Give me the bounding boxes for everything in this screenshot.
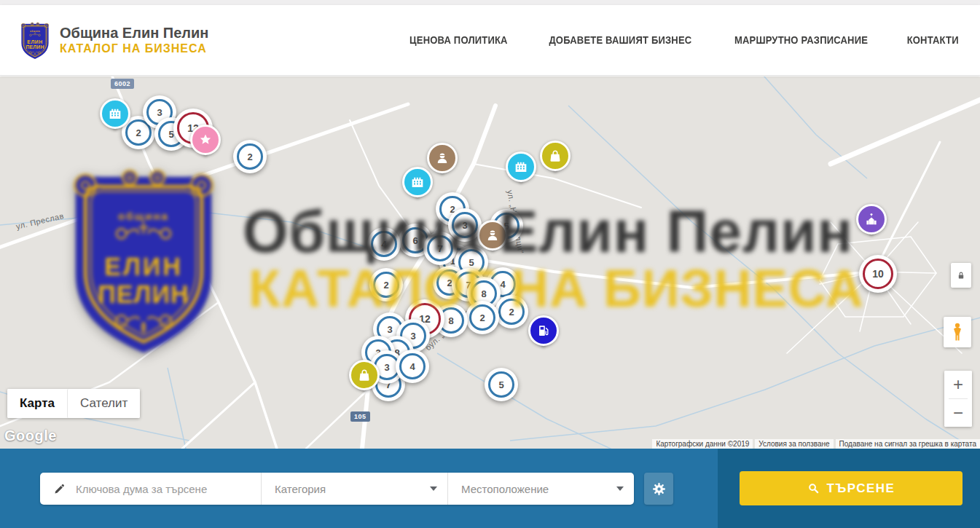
category-select-label: Категория <box>275 483 326 495</box>
map-cluster[interactable]: 3 <box>448 208 482 242</box>
map-cluster[interactable]: 10 <box>859 255 897 293</box>
search-bar: Категория Местоположение <box>0 449 980 528</box>
lock-icon <box>956 269 966 281</box>
municipality-crest-logo <box>18 20 52 61</box>
map-pin-factory[interactable] <box>100 98 130 129</box>
google-logo[interactable]: Google <box>4 427 57 444</box>
category-select[interactable]: Категория <box>261 473 447 505</box>
location-select[interactable]: Местоположение <box>447 473 634 505</box>
site-subtitle: КАТАЛОГ НА БИЗНЕСА <box>60 42 208 56</box>
brand-logo[interactable]: Община Елин Пелин КАТАЛОГ НА БИЗНЕСА <box>18 20 208 61</box>
nav-route-schedule[interactable]: МАРШРУТНО РАЗПИСАНИЕ <box>734 34 867 46</box>
map-cluster[interactable]: 4 <box>367 227 401 261</box>
main-nav: ЦЕНОВА ПОЛИТИКА ДОБАВЕТЕ ВАШИЯТ БИЗНЕС М… <box>406 34 962 46</box>
zoom-out-button[interactable]: − <box>944 399 972 427</box>
map-type-map-button[interactable]: Карта <box>7 389 67 418</box>
nav-contacts[interactable]: КОНТАКТИ <box>906 34 958 46</box>
location-select-label: Местоположение <box>461 483 549 495</box>
map-pin-bag[interactable] <box>349 360 380 390</box>
header: Община Елин Пелин КАТАЛОГ НА БИЗНЕСА ЦЕН… <box>0 5 980 76</box>
nav-pricing-policy[interactable]: ЦЕНОВА ПОЛИТИКА <box>409 34 508 46</box>
attribution-copyright: Картографски данни ©2019 <box>652 439 753 449</box>
nav-add-your-business[interactable]: ДОБАВЕТЕ ВАШИЯТ БИЗНЕС <box>549 34 691 46</box>
pegman-icon <box>949 322 965 342</box>
map-pin-worker[interactable] <box>477 220 508 251</box>
map-pin-star[interactable] <box>190 125 221 155</box>
attribution-report-error-link[interactable]: Подаване на сигнал за грешка в картата <box>836 439 980 449</box>
keyword-input[interactable] <box>74 482 261 496</box>
gear-icon <box>651 481 667 497</box>
map-cluster[interactable]: 2 <box>369 268 403 302</box>
lock-button[interactable] <box>951 263 971 288</box>
map-type-satellite-button[interactable]: Сателит <box>67 389 140 418</box>
keyword-field <box>40 473 261 505</box>
map-cluster[interactable]: 5 <box>485 368 518 401</box>
map-pin-worker[interactable] <box>427 143 458 173</box>
page: Община Елин Пелин КАТАЛОГ НА БИЗНЕСА ЦЕН… <box>0 0 980 528</box>
map-pin-church[interactable] <box>856 204 887 235</box>
map-pin-factory[interactable] <box>506 151 536 182</box>
markers-layer: 13723512223564752274822812338334510 <box>0 76 980 449</box>
chevron-down-icon <box>430 486 437 491</box>
map-cluster[interactable]: 2 <box>495 295 528 328</box>
map-pin-fuel[interactable] <box>528 315 559 346</box>
map-pin-factory[interactable] <box>402 167 433 197</box>
search-button[interactable]: ТЪРСЕНЕ <box>740 471 963 505</box>
top-strip <box>0 0 980 5</box>
map-canvas[interactable]: ул. Преслав бул. „Новоселци“ ул. „Новосе… <box>0 76 980 449</box>
map-cluster[interactable]: 2 <box>233 140 267 173</box>
search-fields: Категория Местоположение <box>40 473 634 505</box>
pegman-button[interactable] <box>944 317 971 347</box>
zoom-in-button[interactable]: + <box>944 371 972 398</box>
brand-text: Община Елин Пелин КАТАЛОГ НА БИЗНЕСА <box>60 24 208 56</box>
map-cluster[interactable]: 4 <box>396 350 429 383</box>
zoom-control: + − <box>944 371 972 427</box>
attribution-terms-link[interactable]: Условия за ползване <box>755 439 833 449</box>
map-type-control: Карта Сателит <box>7 389 140 418</box>
map-pin-bag[interactable] <box>540 141 571 171</box>
search-icon <box>807 482 820 494</box>
map-cluster[interactable]: 2 <box>466 301 499 334</box>
advanced-search-button[interactable] <box>644 473 673 505</box>
site-title: Община Елин Пелин <box>60 24 208 42</box>
search-button-label: ТЪРСЕНЕ <box>827 481 895 496</box>
pencil-icon <box>53 483 66 495</box>
map-attribution: Картографски данни ©2019 Условия за полз… <box>650 438 980 449</box>
chevron-down-icon <box>616 486 624 491</box>
map-cluster[interactable]: 7 <box>423 232 457 265</box>
